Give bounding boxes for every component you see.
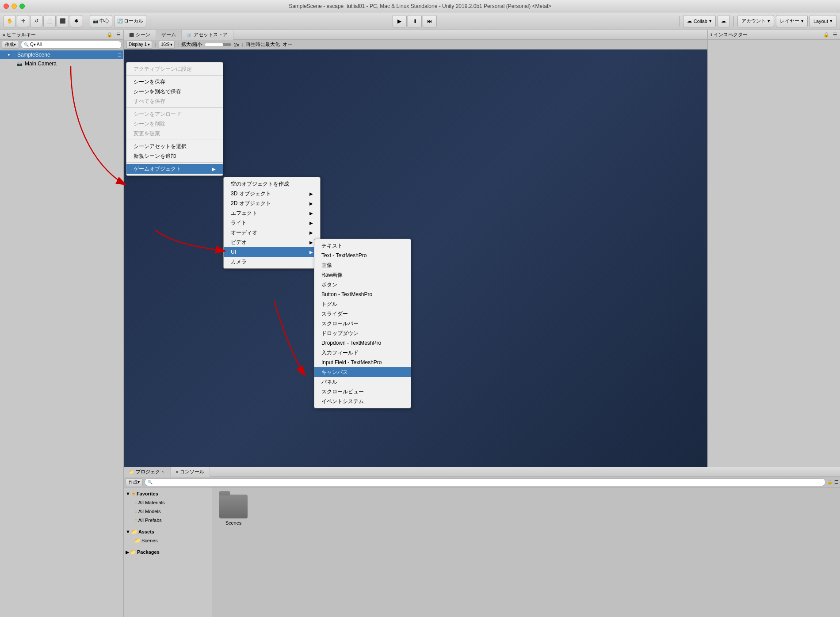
local-button[interactable]: 🔄 ローカル xyxy=(114,15,146,27)
hierarchy-create-button[interactable]: 作成 ▾ xyxy=(2,41,19,49)
play-controls: ▶ ⏸ ⏭ xyxy=(154,15,676,27)
view-tabs: ⬛ シーン ゲーム 🛒 アセットストア xyxy=(124,30,707,40)
menu-item-slider[interactable]: スライダー xyxy=(314,309,411,319)
pause-button[interactable]: ⏸ xyxy=(408,15,422,27)
menu-item-effects[interactable]: エフェクト ▶ xyxy=(224,208,320,218)
cloud-button[interactable]: ☁ xyxy=(718,15,730,27)
tab-scene[interactable]: ⬛ シーン xyxy=(124,30,156,40)
menu-item-raw-image[interactable]: Raw画像 xyxy=(314,270,411,280)
layer-dropdown[interactable]: レイヤー ▾ xyxy=(776,15,808,27)
menu-item-save-scene-as[interactable]: シーンを別名で保存 xyxy=(126,87,223,96)
hierarchy-search[interactable]: 🔍 Q▾ All xyxy=(21,41,122,49)
sep4 xyxy=(733,16,734,27)
menu-item-remove-scene[interactable]: シーンを削除 xyxy=(126,119,223,129)
menu-item-video[interactable]: ビデオ ▶ xyxy=(224,237,320,247)
menu-item-gameobject[interactable]: ゲームオブジェクト ▶ xyxy=(126,164,223,174)
menu-item-scrollbar[interactable]: スクロールバー xyxy=(314,319,411,328)
menu-item-discard-changes[interactable]: 変更を破棄 xyxy=(126,129,223,138)
scenes-folder-icon xyxy=(219,495,248,518)
tree-item-scenes[interactable]: 📁 Scenes xyxy=(124,536,212,545)
step-button[interactable]: ⏭ xyxy=(423,15,437,27)
scale-tool[interactable]: ⬜ xyxy=(43,15,56,27)
project-create-button[interactable]: 作成 ▾ xyxy=(126,478,143,486)
menu-item-add-new-scene[interactable]: 新規シーンを追加 xyxy=(126,151,223,161)
project-toolbar: 作成 ▾ 🔍 🔒 ☰ xyxy=(124,477,840,488)
menu-item-camera[interactable]: カメラ xyxy=(224,257,320,267)
tab-console[interactable]: ≡ コンソール xyxy=(171,467,210,477)
tab-asset-store[interactable]: 🛒 アセットストア xyxy=(182,30,233,40)
tree-item-assets[interactable]: ▼ 📁 Assets xyxy=(124,527,212,536)
menu-item-unload-scene[interactable]: シーンをアンロード xyxy=(126,109,223,119)
hierarchy-item-samplescene[interactable]: ▼ ◇ SampleScene ☰ xyxy=(0,50,123,59)
play-button[interactable]: ▶ xyxy=(393,15,407,27)
menu-item-event-system[interactable]: イベントシステム xyxy=(314,396,411,406)
menu-item-dropdown-tmp[interactable]: Dropdown - TextMeshPro xyxy=(314,338,411,348)
menu-item-dropdown[interactable]: ドロップダウン xyxy=(314,328,411,338)
tree-item-all-materials[interactable]: ○ All Materials xyxy=(124,498,212,507)
project-search[interactable]: 🔍 xyxy=(145,478,825,486)
transform-tool[interactable]: ✱ xyxy=(70,15,82,27)
center-button[interactable]: 📷 中心 xyxy=(90,15,112,27)
menu-item-toggle[interactable]: トグル xyxy=(314,299,411,309)
aspect-dropdown[interactable]: 16:9 ▾ xyxy=(159,41,175,49)
hierarchy-item-maincamera[interactable]: 📷 Main Camera xyxy=(0,59,123,68)
menu-item-text[interactable]: テキスト xyxy=(314,241,411,251)
center-area: ⬛ シーン ゲーム 🛒 アセットストア Display 1 ▾ xyxy=(124,30,840,617)
collab-button[interactable]: ☁ Collab ▾ xyxy=(683,15,716,27)
close-button[interactable] xyxy=(4,4,9,9)
transform-tools: ✋ ✛ ↺ ⬜ ⬛ ✱ xyxy=(4,15,82,27)
menu-item-light[interactable]: ライト ▶ xyxy=(224,218,320,228)
layout-dropdown[interactable]: Layout ▾ xyxy=(809,15,836,27)
menu-item-image[interactable]: 画像 xyxy=(314,260,411,270)
asset-item-scenes[interactable]: Scenes xyxy=(219,495,248,526)
tree-item-favorites[interactable]: ▼ ★ Favorites xyxy=(124,489,212,498)
menu-item-input-field-tmp[interactable]: Input Field - TextMeshPro xyxy=(314,358,411,367)
sep-cm1-4 xyxy=(126,162,223,163)
menu-item-canvas[interactable]: キャンバス xyxy=(314,367,411,377)
menu-item-set-active[interactable]: アクティブシーンに設定 xyxy=(126,64,223,74)
menu-item-3d-object[interactable]: 3D オブジェクト ▶ xyxy=(224,189,320,198)
menu-item-audio[interactable]: オーディオ ▶ xyxy=(224,228,320,237)
tree-item-all-prefabs[interactable]: ○ All Prefabs xyxy=(124,516,212,525)
menu-item-text-mesh-pro[interactable]: Text - TextMeshPro xyxy=(314,251,411,260)
tree-item-packages[interactable]: ▶ 📁 Packages xyxy=(124,548,212,556)
hierarchy-content: ▼ ◇ SampleScene ☰ 📷 Main Camera xyxy=(0,50,123,617)
maximize-button[interactable] xyxy=(19,4,25,9)
move-tool[interactable]: ✛ xyxy=(17,15,29,27)
sep1 xyxy=(86,16,86,27)
menu-item-button[interactable]: ボタン xyxy=(314,280,411,289)
sep-cm1-2 xyxy=(126,107,223,108)
menu-item-button-tmp[interactable]: Button - TextMeshPro xyxy=(314,289,411,299)
rotate-tool[interactable]: ↺ xyxy=(30,15,42,27)
menu-item-panel[interactable]: パネル xyxy=(314,377,411,387)
hierarchy-toolbar: 作成 ▾ 🔍 Q▾ All xyxy=(0,40,123,50)
project-content: ▼ ★ Favorites ○ All Materials ○ All Mode… xyxy=(124,488,840,617)
scale-slider[interactable] xyxy=(205,43,231,46)
menu-item-select-scene-asset[interactable]: シーンアセットを選択 xyxy=(126,141,223,151)
menu-item-input-field[interactable]: 入力フィールド xyxy=(314,348,411,358)
project-tree: ▼ ★ Favorites ○ All Materials ○ All Mode… xyxy=(124,488,212,617)
tab-project[interactable]: 📁 プロジェクト xyxy=(124,467,171,477)
sep-cm1-3 xyxy=(126,140,223,140)
display-dropdown[interactable]: Display 1 ▾ xyxy=(126,41,152,49)
tree-item-all-models[interactable]: ○ All Models xyxy=(124,507,212,516)
scene-toolbar: Display 1 ▾ | 16:9 ▾ | 拡大/縮小 2x | 再生 xyxy=(124,40,707,50)
rect-tool[interactable]: ⬛ xyxy=(57,15,69,27)
submenu-arrow-video: ▶ xyxy=(309,240,313,245)
menu-item-2d-object[interactable]: 2D オブジェクト ▶ xyxy=(224,198,320,208)
menu-item-save-all[interactable]: すべてを保存 xyxy=(126,96,223,106)
menu-item-scroll-view[interactable]: スクロールビュー xyxy=(314,387,411,396)
sep2 xyxy=(150,16,150,27)
traffic-lights xyxy=(4,4,25,9)
account-dropdown[interactable]: アカウント ▾ xyxy=(737,15,774,27)
minimize-button[interactable] xyxy=(11,4,17,9)
tab-game[interactable]: ゲーム xyxy=(156,30,182,40)
submenu-arrow-effects: ▶ xyxy=(309,211,313,216)
menu-item-save-scene[interactable]: シーンを保存 xyxy=(126,77,223,87)
menu-item-create-empty[interactable]: 空のオブジェクトを作成 xyxy=(224,179,320,189)
context-menu-ui: テキスト Text - TextMeshPro 画像 Raw画像 ボタン But… xyxy=(314,239,411,408)
submenu-arrow-2d: ▶ xyxy=(309,201,313,206)
menu-item-ui[interactable]: UI ▶ xyxy=(224,247,320,257)
context-menu-scene: アクティブシーンに設定 シーンを保存 シーンを別名で保存 すべてを保存 シーンを… xyxy=(126,62,223,176)
hand-tool[interactable]: ✋ xyxy=(4,15,16,27)
